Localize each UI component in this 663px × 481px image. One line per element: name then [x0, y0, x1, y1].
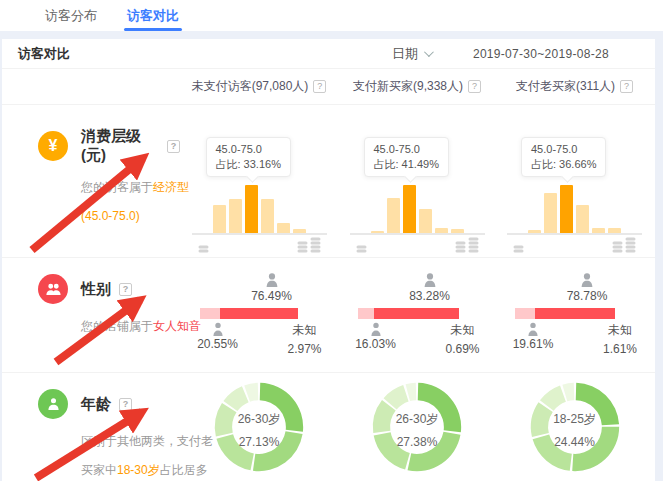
- male-icon: [525, 321, 541, 337]
- tab-visitor-comparison[interactable]: 访客对比: [127, 0, 179, 31]
- bar: [576, 205, 589, 233]
- female-segment: [374, 308, 459, 319]
- visitor-comparison-panel: 访客对比 日期 2019-07-30~2019-08-28 未支付访客(97,0…: [2, 39, 655, 481]
- male-percentage: 20.55%: [192, 337, 244, 351]
- bar: [608, 228, 621, 233]
- date-filter-label: 日期: [392, 45, 418, 63]
- consumption-bar-chart: 45.0-75.0占比: 36.66%: [507, 137, 642, 254]
- female-percentage: 83.28%: [398, 289, 462, 303]
- bar: [229, 199, 242, 233]
- bar-highlighted: [403, 185, 416, 233]
- age-donut-chart: 26-30岁27.38%: [369, 379, 465, 479]
- column-headers: 未支付访客(97,080人) ? 支付新买家(9,338人) ? 支付老买家(3…: [2, 69, 655, 105]
- chart-tooltip: 45.0-75.0占比: 36.66%: [521, 137, 606, 177]
- coins-icon: [612, 241, 623, 254]
- female-segment: [535, 308, 615, 319]
- bar: [528, 230, 541, 233]
- panel-header: 访客对比 日期 2019-07-30~2019-08-28: [2, 39, 655, 69]
- unknown-percentage: 0.69%: [441, 340, 485, 359]
- row-consumption-level: ¥ 消费层级(元) ? 您的访客属于经济型(45.0-75.0) 45.0-75…: [2, 105, 655, 257]
- coins-icon: [455, 241, 466, 254]
- row-age: 年龄 ? 区别于其他两类，支付老买家中18-30岁占比居多 26-30岁27.1…: [2, 372, 655, 481]
- consumption-bar-chart: 45.0-75.0占比: 41.49%: [350, 137, 485, 254]
- male-segment: [200, 308, 221, 319]
- date-filter-dropdown[interactable]: 日期: [392, 45, 431, 63]
- bar-highlighted: [245, 185, 258, 233]
- coins-icon: [468, 237, 479, 254]
- consumption-row-title: 消费层级(元): [81, 127, 159, 165]
- male-percentage: 16.03%: [350, 337, 402, 351]
- coins-icon: [310, 237, 321, 254]
- male-icon: [210, 321, 226, 337]
- bar: [451, 229, 464, 233]
- panel-title: 访客对比: [18, 45, 70, 63]
- unknown-percentage: 2.97%: [283, 340, 327, 359]
- column-header-new-buyers: 支付新买家(9,338人) ?: [338, 69, 496, 104]
- column-header-unpaid-visitors: 未支付访客(97,080人) ?: [180, 69, 338, 104]
- gender-ratio-bar: [358, 308, 460, 319]
- female-icon: [422, 272, 438, 288]
- age-donut-chart: 18-25岁24.44%: [527, 379, 623, 479]
- yuan-icon: ¥: [38, 131, 68, 161]
- chart-tooltip: 45.0-75.0占比: 41.49%: [364, 137, 449, 177]
- gender-ratio-bar: [200, 308, 302, 319]
- gender-icon: [38, 274, 68, 304]
- age-donut-chart: 26-30岁27.13%: [211, 379, 307, 479]
- row-gender: 性别 ? 您的店铺属于女人知音 76.49%20.55%未知2.97% 83.2…: [2, 257, 655, 372]
- unknown-label: 未知: [441, 321, 485, 340]
- consumption-bar-chart: 45.0-75.0占比: 33.16%: [192, 137, 327, 254]
- gender-ratio-bar: [515, 308, 617, 319]
- donut-center-label: 26-30岁27.38%: [396, 408, 439, 454]
- age-row-title: 年龄: [81, 395, 111, 414]
- donut-center-label: 26-30岁27.13%: [238, 408, 281, 454]
- age-icon: [38, 389, 68, 419]
- gender-row-title: 性别: [81, 280, 111, 299]
- bar: [277, 223, 290, 233]
- top-tab-bar: 访客分布 访客对比: [0, 0, 663, 31]
- coins-icon: [356, 245, 367, 254]
- bar: [435, 228, 448, 233]
- help-icon[interactable]: ?: [620, 80, 633, 93]
- coins-icon: [297, 241, 308, 254]
- male-icon: [368, 321, 384, 337]
- tab-visitor-distribution[interactable]: 访客分布: [45, 0, 97, 31]
- date-range-value[interactable]: 2019-07-30~2019-08-28: [473, 47, 639, 61]
- donut-center-label: 18-25岁24.44%: [553, 408, 596, 454]
- gender-chart: 76.49%20.55%未知2.97%: [192, 272, 327, 359]
- female-segment: [220, 308, 298, 319]
- bar: [419, 209, 432, 233]
- female-percentage: 76.49%: [240, 289, 304, 303]
- unknown-label: 未知: [283, 321, 327, 340]
- bar: [371, 231, 384, 233]
- male-percentage: 19.61%: [507, 337, 559, 351]
- gender-chart: 83.28%16.03%未知0.69%: [350, 272, 485, 359]
- male-segment: [515, 308, 535, 319]
- male-segment: [358, 308, 374, 319]
- bar: [293, 229, 306, 233]
- bar: [213, 205, 226, 233]
- help-icon[interactable]: ?: [119, 398, 132, 411]
- coins-icon: [513, 245, 524, 254]
- help-icon[interactable]: ?: [167, 140, 180, 153]
- bar: [261, 199, 274, 233]
- female-percentage: 78.78%: [555, 289, 619, 303]
- gender-chart: 78.78%19.61%未知1.61%: [507, 272, 642, 359]
- column-header-repeat-buyers: 支付老买家(311人) ?: [496, 69, 653, 104]
- coins-icon: [625, 237, 636, 254]
- chevron-down-icon: [424, 47, 434, 57]
- bar: [544, 193, 557, 233]
- unknown-label: 未知: [598, 321, 642, 340]
- bar-highlighted: [560, 185, 573, 233]
- coins-icon: [198, 245, 209, 254]
- help-icon[interactable]: ?: [313, 80, 326, 93]
- female-icon: [264, 272, 280, 288]
- help-icon[interactable]: ?: [468, 80, 481, 93]
- female-icon: [579, 272, 595, 288]
- chart-tooltip: 45.0-75.0占比: 33.16%: [206, 137, 291, 177]
- help-icon[interactable]: ?: [119, 283, 132, 296]
- bar: [387, 198, 400, 233]
- bar: [592, 228, 605, 233]
- unknown-percentage: 1.61%: [598, 340, 642, 359]
